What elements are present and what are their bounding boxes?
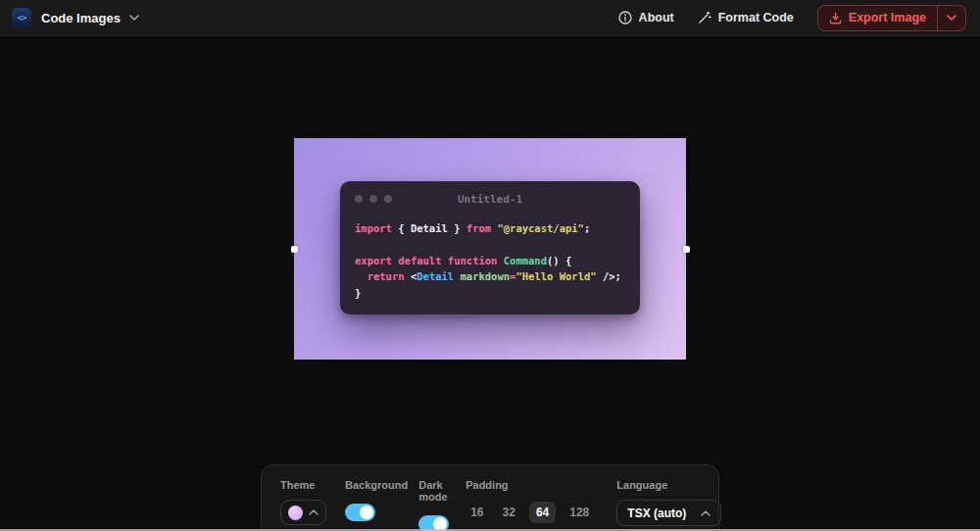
theme-label: Theme [280, 479, 326, 491]
header-actions: About Format Code Export Image [618, 5, 966, 31]
padding-label: Padding [466, 479, 594, 491]
export-options-button[interactable] [937, 6, 965, 30]
padding-option-16[interactable]: 16 [466, 502, 488, 523]
theme-swatch [288, 506, 303, 520]
window-title[interactable]: Untitled-1 [340, 193, 640, 206]
code-line[interactable]: export default function Command() { [355, 253, 625, 268]
code-editor[interactable]: import { Detail } from "@raycast/api"; e… [340, 217, 640, 304]
code-line[interactable]: } [355, 285, 625, 301]
dark-mode-group: Dark mode [418, 479, 449, 531]
language-select[interactable]: TSX (auto) [616, 500, 721, 526]
theme-group: Theme [280, 479, 326, 531]
padding-option-64[interactable]: 64 [529, 502, 556, 523]
code-brackets-icon: <> [12, 8, 31, 27]
resize-handle-left[interactable] [291, 246, 298, 253]
export-split-button: Export Image [817, 5, 966, 31]
theme-picker-button[interactable] [280, 500, 326, 525]
padding-options: 16 32 64 128 [466, 502, 594, 523]
language-group: Language TSX (auto) [616, 479, 721, 531]
window-titlebar: Untitled-1 [340, 181, 640, 217]
chevron-up-icon [309, 509, 318, 515]
chevron-down-icon [947, 15, 956, 21]
download-icon [829, 12, 842, 24]
app-title-menu[interactable]: <> Code Images [12, 8, 139, 27]
resize-handle-right[interactable] [683, 246, 690, 253]
magic-wand-icon [698, 11, 711, 24]
background-label: Background [345, 479, 408, 491]
chevron-down-icon [129, 15, 139, 21]
language-value: TSX (auto) [627, 507, 686, 520]
language-label: Language [616, 479, 721, 491]
format-code-button[interactable]: Format Code [698, 11, 794, 24]
toggle-knob [360, 506, 373, 519]
background-group: Background [345, 479, 408, 531]
chevron-up-icon [701, 510, 710, 516]
info-icon [618, 11, 632, 24]
code-line[interactable] [355, 236, 625, 252]
app-title: Code Images [41, 11, 121, 25]
about-button[interactable]: About [618, 11, 674, 24]
export-image-button[interactable]: Export Image [818, 6, 937, 30]
padding-option-32[interactable]: 32 [498, 502, 520, 523]
code-line[interactable]: import { Detail } from "@raycast/api"; [355, 220, 625, 236]
padding-option-128[interactable]: 128 [564, 502, 594, 523]
code-window[interactable]: Untitled-1 import { Detail } from "@rayc… [340, 181, 640, 314]
app-header: <> Code Images About Format Code Expor [0, 0, 980, 36]
controls-panel: Theme Background Dark mode Padding 16 32… [261, 464, 719, 531]
background-toggle[interactable] [345, 504, 375, 521]
dark-mode-label: Dark mode [418, 479, 449, 503]
image-frame: Untitled-1 import { Detail } from "@rayc… [294, 138, 686, 360]
padding-group: Padding 16 32 64 128 [466, 479, 594, 531]
code-line[interactable]: return <Detail markdown="Hello World" />… [355, 268, 625, 284]
